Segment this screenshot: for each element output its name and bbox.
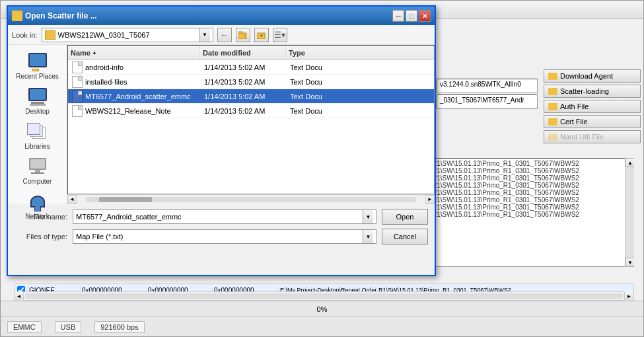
hscroll-right[interactable]: ► <box>425 195 435 204</box>
log-area: R1\SW\15.01.13\Primo_R1_0301_T5067\WBWS2… <box>430 158 634 267</box>
file-list-hscrollbar[interactable]: ◄ ► <box>67 194 435 204</box>
file-date-3: 1/14/2013 5:02 AM <box>201 107 287 115</box>
lookin-combo[interactable]: WBWS212WA_0301_T5067 ▼ <box>42 28 213 42</box>
filename-label: File name: <box>15 213 67 221</box>
version-input: v3.1244.0.sn85\MTK_AllIn0 <box>437 79 538 93</box>
recent-places-label: Recent Places <box>16 73 58 80</box>
log-line: R1\SW\15.01.13\Primo_R1_0301_T5067\WBWS2 <box>432 196 632 204</box>
file-type-0: Text Docu <box>287 63 433 71</box>
computer-icon <box>27 158 48 176</box>
svg-rect-1 <box>238 32 242 34</box>
path-input: _0301_T5067\MT6577_Andr <box>437 94 538 109</box>
dialog-title-icon <box>12 11 22 21</box>
file-date-0: 1/14/2013 5:02 AM <box>201 63 287 71</box>
left-nav: Recent Places Desktop Libraries <box>8 45 67 204</box>
file-type-2: Text Docu <box>287 93 433 100</box>
libraries-label: Libraries <box>24 143 50 150</box>
filetype-dropdown-arrow[interactable]: ▼ <box>363 230 373 243</box>
log-line: R1\SW\15.01.13\Primo_R1_0301_T5067\WBWS2 <box>432 182 632 189</box>
status-bar: 0% <box>1 301 643 317</box>
folder-icon <box>45 30 55 40</box>
network-icon <box>27 193 48 211</box>
lookin-label: Look in: <box>12 31 38 39</box>
open-file-dialog: Open Scatter file ... ─ □ ✕ Look in: WBW… <box>7 5 436 276</box>
file-icon-1 <box>72 76 83 88</box>
filename-input[interactable]: MT6577_Android_scatter_emmc ▼ <box>73 209 376 224</box>
filename-dropdown-arrow[interactable]: ▼ <box>363 210 373 223</box>
filetype-combo[interactable]: Map File (*.txt) ▼ <box>73 229 376 244</box>
file-row-2[interactable]: MT6577_Android_scatter_emmc 1/14/2013 5:… <box>68 89 434 104</box>
file-list-header: Name ▲ Date modified Type <box>68 46 434 60</box>
dialog-toolbar: Look in: WBWS212WA_0301_T5067 ▼ ← ↑ + ☰▾ <box>8 25 435 45</box>
up-folder-button[interactable]: ↑ <box>236 28 250 42</box>
cert-file-button[interactable]: Cert File <box>544 115 641 128</box>
hscroll-track <box>86 197 416 202</box>
nav-recent-places[interactable]: Recent Places <box>11 50 64 83</box>
log-line: R1\SW\15.01.13\Primo_R1_0301_T5067\WBWS2 <box>432 167 632 174</box>
hscroll-left[interactable]: ◄ <box>67 195 77 204</box>
folder-icon <box>548 103 557 110</box>
col-header-date[interactable]: Date modified <box>200 46 286 59</box>
combo-dropdown-arrow[interactable]: ▼ <box>199 28 210 42</box>
scatter-loading-button[interactable]: Scatter-loading <box>544 85 641 98</box>
libraries-icon <box>27 123 48 141</box>
folder-icon <box>548 88 557 95</box>
file-row-3[interactable]: WBWS212_Release_Note 1/14/2013 5:02 AM T… <box>68 104 434 118</box>
download-agent-button[interactable]: Download Agent <box>544 69 641 83</box>
file-row-1[interactable]: installed-files 1/14/2013 5:02 AM Text D… <box>68 75 434 89</box>
bottom-bar: EMMC USB 921600 bps <box>1 317 643 336</box>
minimize-button[interactable]: ─ <box>392 10 404 22</box>
close-button[interactable]: ✕ <box>419 10 431 22</box>
filetype-label: Files of type: <box>15 233 67 241</box>
log-line: R1\SW\15.01.13\Primo_R1_0301_T5067\WBWS2 <box>432 189 632 196</box>
new-folder-icon: + <box>257 31 266 39</box>
log-line: R1\SW\15.01.13\Primo_R1_0301_T5067\WBWS2 <box>432 211 632 218</box>
desktop-label: Desktop <box>25 108 50 115</box>
scroll-right-btn[interactable]: ► <box>624 291 633 301</box>
cancel-button[interactable]: Cancel <box>382 229 428 244</box>
back-button[interactable]: ← <box>217 28 232 42</box>
log-scrollbar[interactable]: ▲ ▼ <box>625 158 634 267</box>
file-name-3: WBWS212_Release_Note <box>69 105 201 117</box>
up-folder-icon: ↑ <box>238 31 248 39</box>
file-row-0[interactable]: android-info 1/14/2013 5:02 AM Text Docu <box>68 60 434 75</box>
auth-file-button[interactable]: Auth File <box>544 100 641 113</box>
file-date-1: 1/14/2013 5:02 AM <box>201 78 287 86</box>
recent-places-icon <box>27 53 48 71</box>
svg-text:+: + <box>260 32 263 39</box>
col-header-name[interactable]: Name ▲ <box>68 46 200 59</box>
scroll-thumb <box>25 293 623 299</box>
storage-type: EMMC <box>7 321 42 333</box>
file-date-2: 1/14/2013 5:02 AM <box>201 93 287 100</box>
hscroll-thumb <box>99 197 152 202</box>
nav-libraries[interactable]: Libraries <box>11 120 64 153</box>
folder-icon <box>548 73 557 80</box>
file-name-0: android-info <box>69 61 201 73</box>
scroll-down-btn[interactable]: ▼ <box>626 258 634 267</box>
scroll-up-btn[interactable]: ▲ <box>626 158 634 167</box>
filetype-row: Files of type: Map File (*.txt) ▼ Cancel <box>15 229 428 244</box>
open-button[interactable]: Open <box>382 209 428 225</box>
dialog-titlebar: Open Scatter file ... ─ □ ✕ <box>8 7 435 25</box>
svg-text:↑: ↑ <box>243 33 246 39</box>
dialog-title: Open Scatter file ... <box>25 11 97 20</box>
log-line: R1\SW\15.01.13\Primo_R1_0301_T5067\WBWS2 <box>432 204 632 211</box>
scroll-left-btn[interactable]: ◄ <box>15 291 24 301</box>
maximize-button[interactable]: □ <box>406 10 417 22</box>
progress-indicator: 0% <box>1 305 643 313</box>
computer-label: Computer <box>23 178 52 185</box>
nand-util-file-button[interactable]: Nand Util File <box>544 130 641 143</box>
view-button[interactable]: ☰▾ <box>273 28 287 42</box>
sort-arrow: ▲ <box>92 50 97 56</box>
connection-type: USB <box>55 321 82 333</box>
nav-computer[interactable]: Computer <box>11 155 64 188</box>
file-icon-0 <box>72 61 83 73</box>
col-header-type[interactable]: Type <box>286 46 434 59</box>
file-list: Name ▲ Date modified Type android-info <box>67 45 435 194</box>
file-type-3: Text Docu <box>287 107 433 115</box>
new-folder-button[interactable]: + <box>254 28 269 42</box>
nav-desktop[interactable]: Desktop <box>11 85 64 118</box>
file-icon-2 <box>72 91 83 102</box>
table-hscrollbar[interactable]: ◄ ► <box>14 291 634 301</box>
file-type-1: Text Docu <box>287 78 433 86</box>
